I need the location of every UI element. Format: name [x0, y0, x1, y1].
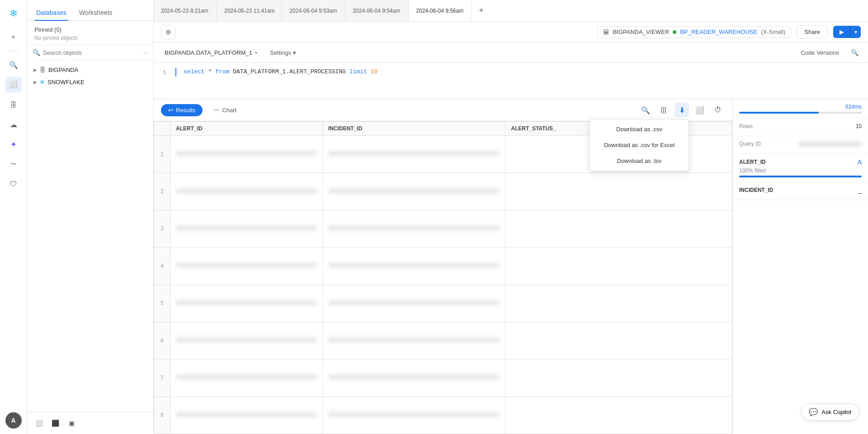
cell — [170, 359, 323, 396]
ask-copilot-button[interactable]: 💬 Ask Copilot — [801, 404, 859, 420]
cloud-button[interactable]: ☁ — [5, 116, 22, 133]
tab-2[interactable]: 2024-06-04 9:53am — [282, 0, 345, 21]
tab-1[interactable]: 2024-05-23 11:41am — [217, 0, 282, 21]
ai-icon: ✦ — [10, 140, 16, 149]
more-options-icon[interactable]: ··· — [143, 49, 148, 56]
db-selector-button[interactable]: BIGPANDA.DATA_PLATFORM_1 ▾ — [161, 48, 261, 58]
editor-search-button[interactable]: 🔍 — [848, 46, 861, 59]
results-label: Results — [176, 107, 195, 114]
panel-view-btn-3[interactable]: ▣ — [65, 417, 78, 429]
row-num: 1 — [154, 136, 170, 173]
incident-id-col-label: INCIDENT_ID — [739, 187, 773, 193]
tab-3-label: 2024-06-04 9:54am — [353, 8, 400, 14]
pinned-section: Pinned (0) No pinned objects — [27, 21, 153, 45]
warehouse-name-label[interactable]: BP_READER_WAREHOUSE — [680, 29, 757, 35]
plus-icon: + — [479, 6, 484, 15]
tab-bar: 2024-05-23 8:21am 2024-05-23 11:41am 202… — [154, 0, 868, 22]
tab-4[interactable]: 2024-06-04 9:56am — [409, 0, 472, 21]
row-num: 4 — [154, 248, 170, 285]
code-versions-button[interactable]: Code Versions — [797, 48, 843, 58]
share-button[interactable]: Share — [797, 25, 828, 38]
rows-section: Rows 10 — [733, 119, 868, 136]
row-num: 8 — [154, 396, 170, 434]
ai-button[interactable]: ✦ — [5, 136, 22, 153]
panel-view-btn-1[interactable]: ⬜ — [33, 417, 45, 429]
user-avatar[interactable]: A — [5, 412, 22, 429]
tab-3[interactable]: 2024-06-04 9:54am — [345, 0, 409, 21]
panel-footer: ⬜ ⬛ ▣ — [27, 412, 153, 434]
cell — [170, 322, 323, 359]
add-tab-button[interactable]: + — [472, 0, 490, 21]
worksheets-button[interactable]: ⬜ — [5, 76, 22, 93]
search-icon: 🔍 — [851, 49, 859, 56]
global-search-button[interactable]: 🔍 — [5, 57, 22, 73]
activity-button[interactable]: 〜 — [5, 156, 22, 172]
query-id-row: Query ID — [739, 141, 862, 147]
editor-area[interactable]: 1 select * from DATA_PLATFORM_1.ALERT_PR… — [154, 63, 868, 99]
right-panel: 624ms Rows 10 Query ID A — [732, 99, 868, 434]
rows-value: 10 — [856, 123, 862, 129]
download-csv-excel-item[interactable]: Download as .csv for Excel — [590, 137, 689, 153]
col-alert-id[interactable]: ALERT_ID — [170, 122, 323, 136]
filled-label: 100% filled — [739, 167, 862, 174]
download-csv-item[interactable]: Download as .csv — [590, 121, 689, 137]
sql-table: DATA_PLATFORM_1.ALERT_PROCESSING — [233, 68, 349, 75]
tab-worksheets[interactable]: Worksheets — [77, 5, 114, 21]
table-row: 6 — [154, 322, 732, 359]
settings-button[interactable]: Settings ▾ — [266, 48, 300, 58]
snowflake-logo-icon: ❄ — [9, 8, 18, 19]
row-num: 3 — [154, 210, 170, 247]
cell — [170, 248, 323, 285]
db-snowflake-label: SNOWFLAKE — [47, 79, 85, 86]
database-button[interactable]: 🗄 — [5, 96, 22, 113]
alert-id-row: ALERT_ID A — [739, 158, 862, 166]
sql-code[interactable]: select * from DATA_PLATFORM_1.ALERT_PROC… — [184, 68, 377, 75]
columns-button[interactable]: ||| — [656, 103, 671, 117]
download-tsv-item[interactable]: Download as .tsv — [590, 153, 689, 169]
copilot-icon: 💬 — [809, 408, 818, 416]
sort-icon: A — [858, 158, 862, 166]
table-row: 7 — [154, 359, 732, 396]
chevron-down-icon: ▾ — [293, 49, 296, 56]
cell — [323, 248, 505, 285]
search-row: 🔍 ··· — [27, 45, 153, 60]
col-incident-id[interactable]: INCIDENT_ID — [323, 122, 505, 136]
add-button[interactable]: + — [5, 29, 22, 45]
alert-id-col-label: ALERT_ID — [739, 159, 766, 165]
tab-0[interactable]: 2024-05-23 8:21am — [154, 0, 217, 21]
app-logo[interactable]: ❄ — [5, 5, 22, 22]
tab-databases[interactable]: Databases — [34, 5, 68, 21]
chart-icon: 〰 — [213, 107, 219, 114]
divider — [8, 51, 19, 51]
timer-button[interactable]: ⏱ — [711, 103, 725, 117]
search-input[interactable] — [43, 49, 140, 56]
line-number: 1 — [163, 68, 170, 76]
panel-tabs: Databases Worksheets — [27, 0, 153, 21]
db-snowflake[interactable]: ▶ ❄ SNOWFLAKE — [27, 76, 153, 88]
run-button[interactable]: ▶ — [833, 26, 850, 38]
worksheet-toolbar: BIGPANDA.DATA_PLATFORM_1 ▾ Settings ▾ Co… — [154, 43, 868, 63]
chart-button[interactable]: 〰 Chart — [206, 104, 244, 116]
cell — [323, 396, 505, 434]
chevron-right-icon: ▶ — [33, 80, 37, 85]
cell — [505, 396, 732, 434]
panel-view-btn-2[interactable]: ⬛ — [49, 417, 61, 429]
db-bigpanda[interactable]: ▶ 🗄 BIGPANDA — [27, 64, 153, 76]
db-selector-name: BIGPANDA.DATA_PLATFORM_1 — [165, 49, 252, 56]
warehouse-icon: 🏛 — [603, 29, 609, 36]
snowflake-db-icon: ❄ — [40, 79, 45, 86]
warehouse-status-dot — [673, 30, 676, 34]
cell — [170, 396, 323, 434]
search-results-button[interactable]: 🔍 — [638, 103, 653, 117]
row-num-header — [154, 122, 170, 136]
security-button[interactable]: 🛡 — [5, 176, 22, 192]
filter-button[interactable]: ⚙ — [161, 25, 175, 39]
query-id-section: Query ID — [733, 136, 868, 154]
tab-1-label: 2024-05-23 11:41am — [224, 8, 274, 14]
results-area: ↩ Results 〰 Chart 🔍 ||| ⬇ — [154, 99, 732, 434]
results-button[interactable]: ↩ Results — [161, 104, 203, 116]
run-dropdown-button[interactable]: ▾ — [850, 26, 861, 38]
split-view-button[interactable]: ⬜ — [693, 103, 707, 117]
incident-id-section: INCIDENT_ID _ — [733, 182, 868, 200]
download-button[interactable]: ⬇ Download as .csv Download as .csv for … — [675, 103, 689, 117]
